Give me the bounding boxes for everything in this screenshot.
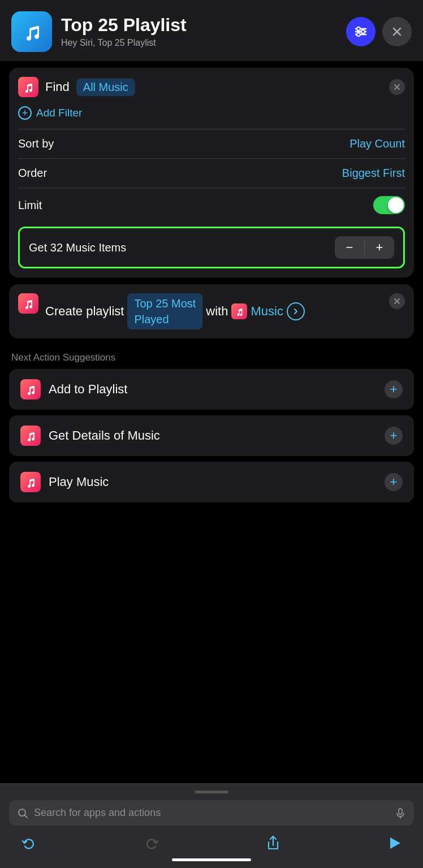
suggestion-left-0: Add to Playlist — [20, 379, 127, 400]
redo-button[interactable] — [143, 835, 160, 852]
get-items-label: Get 32 Music Items — [29, 241, 126, 254]
bottom-bar: Search for apps and actions — [0, 783, 423, 868]
add-filter-label: Add Filter — [36, 107, 82, 119]
svg-point-5 — [357, 33, 360, 36]
limit-label: Limit — [18, 199, 42, 212]
order-row[interactable]: Order Biggest First — [18, 159, 405, 188]
suggestion-get-details[interactable]: Get Details of Music + — [9, 415, 414, 456]
add-filter-icon: + — [18, 106, 32, 120]
all-music-tag[interactable]: All Music — [76, 79, 135, 96]
search-icon — [17, 808, 28, 819]
toolbar — [9, 835, 414, 854]
limit-toggle[interactable] — [373, 196, 405, 214]
main-content: Find All Music + Add Filter Sort by Play… — [0, 61, 423, 628]
svg-line-13 — [25, 815, 28, 818]
arrow-circle-button[interactable] — [287, 302, 305, 320]
get-items-row: Get 32 Music Items − + — [20, 228, 403, 267]
svg-marker-17 — [390, 837, 400, 849]
filter-button[interactable] — [346, 17, 375, 46]
suggestion-music-icon-0 — [20, 379, 41, 400]
suggestions-section-label: Next Action Suggestions — [9, 345, 414, 369]
order-label: Order — [18, 167, 47, 180]
playlist-content: Create playlist Top 25 MostPlayed with M… — [45, 293, 389, 329]
suggestion-left-2: Play Music — [20, 472, 109, 492]
header-text: Top 25 Playlist Hey Siri, Top 25 Playlis… — [61, 15, 337, 47]
playlist-name-tag[interactable]: Top 25 MostPlayed — [127, 293, 202, 329]
suggestion-play-music[interactable]: Play Music + — [9, 462, 414, 502]
create-playlist-label: Create playlist — [45, 303, 124, 320]
suggestion-music-icon-2 — [20, 472, 41, 492]
playlist-card-close-button[interactable] — [389, 293, 405, 309]
app-icon — [11, 11, 52, 52]
find-card: Find All Music + Add Filter Sort by Play… — [9, 68, 414, 277]
playlist-card: Create playlist Top 25 MostPlayed with M… — [9, 284, 414, 338]
suggestion-label-1: Get Details of Music — [49, 428, 160, 443]
header-title: Top 25 Playlist — [61, 15, 337, 35]
suggestion-music-icon-1 — [20, 426, 41, 446]
suggestion-add-to-playlist[interactable]: Add to Playlist + — [9, 369, 414, 410]
stepper: − + — [335, 236, 394, 259]
find-card-close-button[interactable] — [389, 79, 405, 95]
undo-button[interactable] — [20, 835, 37, 852]
stepper-plus-button[interactable]: + — [365, 236, 394, 259]
playlist-header: Create playlist Top 25 MostPlayed with M… — [18, 293, 405, 329]
limit-row: Limit — [18, 188, 405, 222]
share-button[interactable] — [265, 835, 281, 851]
add-to-playlist-plus-button[interactable]: + — [385, 380, 403, 398]
music-inline-icon — [231, 303, 247, 319]
playlist-header-left: Create playlist Top 25 MostPlayed with M… — [18, 293, 389, 329]
suggestion-label-0: Add to Playlist — [49, 382, 127, 397]
play-button[interactable] — [387, 835, 403, 851]
suggestion-label-2: Play Music — [49, 475, 109, 489]
find-label: Find — [45, 80, 70, 94]
header: Top 25 Playlist Hey Siri, Top 25 Playlis… — [0, 0, 423, 61]
sort-by-row[interactable]: Sort by Play Count — [18, 129, 405, 158]
order-value: Biggest First — [342, 167, 405, 180]
find-header: Find All Music — [18, 77, 405, 97]
svg-rect-14 — [399, 809, 402, 814]
suggestion-left-1: Get Details of Music — [20, 426, 160, 446]
add-filter-button[interactable]: + Add Filter — [18, 106, 405, 120]
svg-point-4 — [361, 30, 365, 33]
find-header-left: Find All Music — [18, 77, 135, 97]
sort-by-value: Play Count — [349, 137, 405, 150]
search-bar[interactable]: Search for apps and actions — [9, 800, 414, 826]
music-app-icon-find — [18, 77, 38, 97]
sort-by-label: Sort by — [18, 137, 54, 150]
toggle-knob — [388, 197, 404, 213]
search-placeholder: Search for apps and actions — [34, 807, 389, 819]
home-indicator — [172, 858, 251, 861]
play-music-plus-button[interactable]: + — [385, 473, 403, 491]
with-label: with — [206, 303, 228, 320]
microphone-icon[interactable] — [395, 808, 406, 819]
music-tag[interactable]: Music — [231, 303, 283, 320]
drag-handle — [195, 791, 228, 793]
header-actions — [346, 17, 412, 46]
svg-point-3 — [357, 27, 360, 31]
get-details-plus-button[interactable]: + — [385, 427, 403, 445]
music-label: Music — [251, 303, 283, 320]
stepper-minus-button[interactable]: − — [335, 236, 364, 259]
close-button[interactable] — [382, 17, 412, 46]
header-subtitle: Hey Siri, Top 25 Playlist — [61, 38, 337, 48]
music-app-icon-playlist — [18, 293, 38, 314]
get-items-wrapper: Get 32 Music Items − + — [18, 227, 405, 268]
